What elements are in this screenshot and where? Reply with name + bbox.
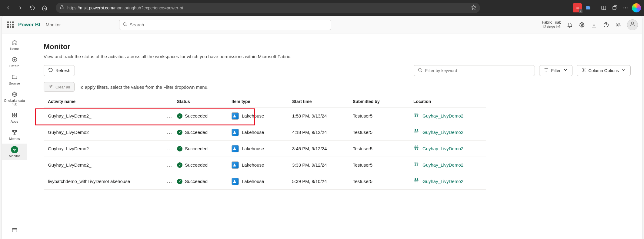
svg-rect-2 [613, 7, 616, 10]
lock-icon [59, 5, 64, 11]
divider [596, 5, 596, 11]
forward-button[interactable] [15, 3, 25, 13]
home-button[interactable] [39, 3, 50, 13]
split-screen-icon[interactable] [599, 3, 608, 12]
svg-point-5 [627, 8, 628, 8]
svg-point-4 [625, 8, 626, 8]
more-icon[interactable] [621, 3, 630, 12]
address-bar[interactable]: https://msit.powerbi.com/monitoringhub?e… [56, 3, 480, 13]
browser-toolbar: https://msit.powerbi.com/monitoringhub?e… [0, 0, 644, 16]
url-text: https://msit.powerbi.com/monitoringhub?e… [67, 5, 468, 10]
extension-lastpass-icon[interactable]: •••1 [573, 3, 582, 12]
favorite-icon[interactable] [471, 5, 476, 12]
extension-todo-icon[interactable] [584, 3, 593, 12]
back-button[interactable] [3, 3, 13, 13]
svg-rect-0 [60, 7, 63, 9]
copilot-icon[interactable] [632, 3, 641, 12]
collections-icon[interactable] [610, 3, 619, 12]
reload-button[interactable] [27, 3, 38, 13]
svg-point-3 [623, 8, 624, 8]
